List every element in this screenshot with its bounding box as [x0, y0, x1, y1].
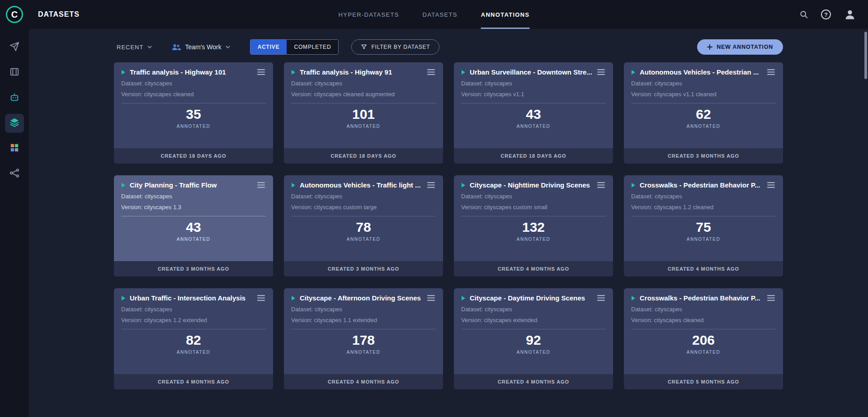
card-dataset: Dataset: cityscapes [291, 80, 436, 87]
card-divider [631, 329, 776, 329]
left-sidebar [0, 29, 29, 417]
annotated-label: ANNOTATED [461, 350, 606, 355]
toggle-active-button[interactable]: ACTIVE [250, 40, 287, 54]
user-avatar-icon[interactable] [844, 8, 856, 21]
toggle-completed-button[interactable]: COMPLETED [287, 40, 338, 54]
annotation-card[interactable]: Traffic analysis - Highway 101 Dataset: … [114, 62, 273, 164]
annotation-card[interactable]: Urban Traffic - Intersection Analysis Da… [114, 288, 273, 389]
annotation-card[interactable]: Cityscape - Daytime Driving Scenes Datas… [454, 288, 613, 389]
tab-hyper-datasets[interactable]: HYPER-DATASETS [339, 0, 399, 29]
annotated-label: ANNOTATED [291, 237, 436, 242]
annotated-label: ANNOTATED [631, 124, 776, 129]
annotated-label: ANNOTATED [631, 237, 776, 242]
play-icon [461, 183, 466, 188]
header-tabs: HYPER-DATASETS DATASETS ANNOTATIONS [339, 0, 530, 29]
annotation-title: Cityscape - Nighttime Driving Scenes [470, 181, 592, 189]
sidebar-item-dashboard[interactable] [5, 38, 24, 57]
card-divider [121, 103, 266, 103]
search-icon[interactable] [799, 10, 808, 19]
filter-by-dataset-label: FILTER BY DATASET [371, 44, 430, 50]
card-created-footer: CREATED 3 MONTHS AGO [114, 261, 273, 276]
card-menu-icon[interactable] [256, 181, 266, 189]
card-version: Version: cityscapes 1.3 [121, 204, 266, 211]
annotation-title: Cityscape - Afternoon Driving Scenes [300, 294, 422, 302]
annotation-card[interactable]: Cityscape - Afternoon Driving Scenes Dat… [284, 288, 443, 389]
card-divider [461, 103, 606, 103]
card-created-footer: CREATED 4 MONTHS AGO [114, 374, 273, 389]
sort-dropdown[interactable]: RECENT [117, 44, 152, 51]
card-version: Version: cityscapes extended [461, 317, 606, 323]
tab-annotations[interactable]: ANNOTATIONS [481, 0, 530, 29]
annotation-card[interactable]: Urban Surveillance - Downtown Stre... Da… [454, 62, 613, 164]
card-dataset: Dataset: cityscapes [121, 80, 266, 87]
sidebar-item-apps[interactable] [5, 89, 24, 108]
vertical-scrollbar[interactable] [864, 32, 867, 79]
filter-by-dataset-button[interactable]: FILTER BY DATASET [351, 39, 439, 55]
card-menu-icon[interactable] [426, 294, 436, 302]
tab-datasets[interactable]: DATASETS [423, 0, 458, 29]
annotation-card-body: Traffic analysis - Highway 91 Dataset: c… [284, 62, 443, 148]
annotation-card[interactable]: Cityscape - Nighttime Driving Scenes Dat… [454, 175, 613, 276]
scope-label: Team's Work [185, 43, 221, 51]
card-menu-icon[interactable] [596, 68, 606, 76]
sidebar-item-reports[interactable] [5, 139, 24, 158]
card-created-footer: CREATED 4 MONTHS AGO [284, 374, 443, 389]
play-icon [631, 183, 636, 188]
card-dataset: Dataset: cityscapes [461, 306, 606, 313]
annotation-card-body: Traffic analysis - Highway 101 Dataset: … [114, 62, 273, 148]
card-created-footer: CREATED 3 MONTHS AGO [624, 148, 783, 164]
card-dataset: Dataset: cityscapes [121, 193, 266, 200]
card-divider [461, 329, 606, 329]
annotation-card-body: Urban Surveillance - Downtown Stre... Da… [454, 62, 613, 148]
annotation-card[interactable]: Autonomous Vehicles - Traffic light ... … [284, 175, 443, 276]
sidebar-item-pipelines[interactable] [5, 164, 24, 183]
new-annotation-button[interactable]: NEW ANNOTATION [697, 39, 783, 55]
annotation-card-body: Cityscape - Nighttime Driving Scenes Dat… [454, 175, 613, 261]
play-icon [291, 295, 296, 301]
card-menu-icon[interactable] [596, 294, 606, 302]
card-menu-icon[interactable] [426, 181, 436, 189]
annotation-card[interactable]: Autonomous Vehicles - Pedestrian ... Dat… [624, 62, 783, 164]
play-icon [121, 183, 126, 188]
card-divider [121, 216, 266, 216]
reports-icon [9, 143, 19, 155]
annotated-count: 35 [121, 107, 266, 122]
card-menu-icon[interactable] [426, 68, 436, 76]
card-version: Version: cityscapes custom small [461, 204, 606, 211]
annotation-card[interactable]: Crosswalks - Pedestrian Behavior P... Da… [624, 175, 783, 276]
card-created-footer: CREATED 3 MONTHS AGO [284, 261, 443, 276]
paper-plane-icon [9, 42, 19, 53]
annotation-card-body: Autonomous Vehicles - Traffic light ... … [284, 175, 443, 261]
annotation-title: Traffic analysis - Highway 101 [130, 68, 252, 76]
card-version: Version: cityscapes 1.2 extended [121, 317, 266, 323]
card-menu-icon[interactable] [766, 181, 776, 189]
toolbar: RECENT Team's Work ACTIVE [114, 38, 783, 56]
annotation-card[interactable]: Traffic analysis - Highway 91 Dataset: c… [284, 62, 443, 164]
annotated-count: 101 [291, 107, 436, 122]
chevron-down-icon [226, 46, 230, 48]
card-divider [631, 216, 776, 216]
card-version: Version: cityscapes cleaned augmented [291, 91, 436, 98]
logo-wrap: C [0, 6, 29, 23]
layers-icon [9, 117, 19, 129]
card-created-footer: CREATED 18 DAYS AGO [114, 148, 273, 164]
team-icon [172, 44, 181, 51]
scope-dropdown[interactable]: Team's Work [172, 43, 230, 51]
annotated-label: ANNOTATED [121, 237, 266, 242]
clearml-logo-icon[interactable]: C [6, 6, 23, 23]
sidebar-item-datasets[interactable] [5, 114, 24, 133]
help-icon[interactable]: ? [821, 9, 831, 19]
card-version: Version: cityscapes custom large [291, 204, 436, 211]
annotation-card[interactable]: Crosswalks - Pedestrian Behavior P... Da… [624, 288, 783, 389]
card-menu-icon[interactable] [766, 68, 776, 76]
card-created-footer: CREATED 18 DAYS AGO [284, 148, 443, 164]
card-menu-icon[interactable] [256, 68, 266, 76]
annotated-count: 206 [631, 333, 776, 348]
annotation-card[interactable]: City Planning - Traffic Flow Dataset: ci… [114, 175, 273, 276]
card-menu-icon[interactable] [256, 294, 266, 302]
sidebar-item-projects[interactable] [5, 63, 24, 82]
card-menu-icon[interactable] [596, 181, 606, 189]
card-menu-icon[interactable] [766, 294, 776, 302]
play-icon [121, 295, 126, 301]
plus-icon [707, 44, 712, 50]
